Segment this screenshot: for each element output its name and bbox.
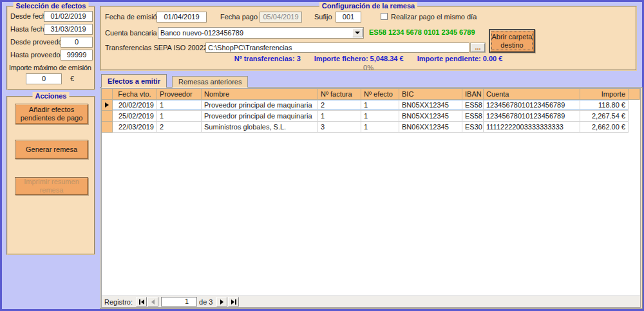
- transferencias-path-field[interactable]: C:\ShopPC\Transferencias: [205, 42, 469, 53]
- cell-importe[interactable]: 2,662.00 €: [580, 122, 629, 133]
- first-record-icon: [141, 299, 144, 305]
- current-record-input[interactable]: 1: [161, 297, 197, 306]
- hasta-fecha-field[interactable]: 31/03/2019: [44, 24, 93, 35]
- last-record-button[interactable]: [228, 297, 239, 306]
- col-num-factura[interactable]: Nº factura: [318, 89, 361, 100]
- importe-maximo-field[interactable]: 0: [26, 73, 62, 84]
- table-row[interactable]: 25/02/2019 1 Proveedor principal de maqu…: [102, 111, 640, 122]
- dropdown-arrow-button[interactable]: [352, 28, 363, 37]
- cell-iban[interactable]: ES30: [462, 122, 484, 133]
- cuenta-bancaria-combobox[interactable]: Banco nuevo-0123456789: [158, 27, 364, 39]
- cell-importe[interactable]: 2,267.54 €: [580, 111, 629, 122]
- imprimir-resumen-button[interactable]: Imprimir resumen remesa: [15, 177, 88, 195]
- desde-proveedor-label: Desde proveedor: [10, 38, 64, 46]
- row-selector[interactable]: [102, 122, 113, 133]
- col-nombre[interactable]: Nombre: [202, 89, 318, 100]
- num-transferencias-text: Nº transferencias: 3: [234, 55, 301, 62]
- cell-cuenta[interactable]: 11112222003333333333: [484, 122, 580, 133]
- browse-folder-button[interactable]: ...: [471, 43, 485, 52]
- hasta-fecha-label: Hasta fecha: [10, 25, 48, 33]
- cell-num-efecto[interactable]: 1: [361, 122, 399, 133]
- abrir-carpeta-destino-button[interactable]: Abrir carpeta destino: [489, 29, 535, 53]
- fecha-emision-field[interactable]: 01/04/2019: [156, 12, 207, 23]
- first-record-icon: [139, 299, 140, 305]
- cell-bic[interactable]: BN05XX12345: [399, 111, 462, 122]
- row-selector[interactable]: [102, 100, 113, 111]
- row-selector[interactable]: [102, 111, 113, 122]
- last-record-icon: [235, 299, 236, 305]
- previous-record-icon: [151, 299, 155, 305]
- fecha-pago-label: Fecha pago: [220, 13, 258, 21]
- currency-label: €: [70, 75, 74, 82]
- mismo-dia-label: Realizar pago el mismo día: [391, 13, 477, 21]
- next-record-button[interactable]: [216, 297, 227, 306]
- cell-fecha-vto[interactable]: 25/02/2019: [113, 111, 157, 122]
- mismo-dia-checkbox[interactable]: [381, 13, 388, 20]
- col-fecha-vto[interactable]: Fecha vto.: [113, 89, 157, 100]
- cell-fecha-vto[interactable]: 22/03/2019: [113, 122, 157, 133]
- chevron-down-icon: [355, 32, 360, 34]
- tab-remesas-anteriores[interactable]: Remesas anteriores: [172, 76, 248, 88]
- desde-proveedor-field[interactable]: 0: [61, 37, 93, 48]
- cell-nombre[interactable]: Suministros globales, S.L.: [202, 122, 318, 133]
- cuenta-bancaria-value: Banco nuevo-0123456789: [160, 28, 352, 37]
- col-proveedor[interactable]: Proveedor: [157, 89, 202, 100]
- col-cuenta[interactable]: Cuenta: [484, 89, 580, 100]
- cell-bic[interactable]: BN05XX12345: [399, 100, 462, 111]
- header-selector-cell: [102, 89, 113, 100]
- tab-efectos-a-emitir[interactable]: Efectos a emitir: [101, 74, 167, 88]
- col-bic[interactable]: BIC: [399, 89, 462, 100]
- remesa-tab-control: Efectos a emitir Remesas anteriores Fech…: [100, 74, 643, 309]
- cell-cuenta[interactable]: 12345678010123456789: [484, 111, 580, 122]
- cell-num-factura[interactable]: 1: [318, 111, 361, 122]
- hasta-proveedor-field[interactable]: 99999: [61, 50, 93, 61]
- cell-nombre[interactable]: Proveedor principal de maquinaria: [202, 100, 318, 111]
- anadir-efectos-button[interactable]: Añadir efectos pendientes de pago: [15, 104, 88, 124]
- col-num-efecto[interactable]: Nº efecto: [361, 89, 399, 100]
- importe-fichero-text: Importe fichero: 5,048.34 €: [314, 55, 404, 62]
- cell-bic[interactable]: BN06XX12345: [399, 122, 462, 133]
- generar-remesa-button[interactable]: Generar remesa: [15, 140, 88, 159]
- previous-record-button[interactable]: [147, 297, 158, 306]
- cell-proveedor[interactable]: 1: [157, 100, 202, 111]
- cell-iban[interactable]: ES58: [462, 100, 484, 111]
- cell-proveedor[interactable]: 2: [157, 122, 202, 133]
- record-count-label: de 3: [199, 298, 213, 306]
- cell-proveedor[interactable]: 1: [157, 111, 202, 122]
- sufijo-field[interactable]: 001: [336, 12, 361, 23]
- remesa-window: Selección de efectos Desde fecha 01/02/2…: [0, 0, 644, 311]
- cuenta-bancaria-label: Cuenta bancaria: [105, 29, 157, 37]
- record-navigator: Registro: 1 de 3: [102, 296, 640, 307]
- cell-num-factura[interactable]: 3: [318, 122, 361, 133]
- table-row[interactable]: 22/03/2019 2 Suministros globales, S.L. …: [102, 122, 640, 133]
- acciones-panel: Acciones Añadir efectos pendientes de pa…: [6, 96, 95, 255]
- fecha-pago-field: 05/04/2019: [260, 12, 302, 23]
- desde-fecha-field[interactable]: 01/02/2019: [44, 11, 93, 22]
- fecha-emision-label: Fecha de emisión: [105, 13, 161, 21]
- hasta-proveedor-label: Hasta proveedor: [10, 51, 62, 59]
- col-importe[interactable]: Importe: [580, 89, 629, 100]
- acciones-title: Acciones: [33, 92, 70, 100]
- current-record-arrow-icon: [105, 102, 109, 108]
- first-record-button[interactable]: [136, 297, 147, 306]
- registro-label: Registro:: [104, 298, 133, 306]
- seleccion-efectos-panel: Selección de efectos Desde fecha 01/02/2…: [6, 6, 95, 90]
- table-header-row: Fecha vto. Proveedor Nombre Nº factura N…: [102, 89, 640, 100]
- cell-iban[interactable]: ES58: [462, 111, 484, 122]
- configuracion-remesa-title: Configuración de la remesa: [319, 2, 417, 10]
- efectos-tab-page: Fecha vto. Proveedor Nombre Nº factura N…: [100, 87, 643, 309]
- remesa-status-line: Nº transferencias: 3 Importe fichero: 5,…: [101, 55, 636, 62]
- efectos-datasheet: Fecha vto. Proveedor Nombre Nº factura N…: [101, 88, 641, 308]
- cell-num-efecto[interactable]: 1: [361, 100, 399, 111]
- transferencias-sepa-label: Transferencias SEPA ISO 20022: [105, 44, 207, 52]
- cell-importe[interactable]: 118.80 €: [580, 100, 629, 111]
- cell-fecha-vto[interactable]: 20/02/2019: [113, 100, 157, 111]
- cell-nombre[interactable]: Proveedor principal de maquinaria: [202, 111, 318, 122]
- cell-num-efecto[interactable]: 1: [361, 111, 399, 122]
- cell-cuenta[interactable]: 12345678010123456789: [484, 100, 580, 111]
- cell-num-factura[interactable]: 2: [318, 100, 361, 111]
- seleccion-efectos-title: Selección de efectos: [14, 2, 89, 10]
- header-filler-cell: [629, 89, 639, 100]
- table-row[interactable]: 20/02/2019 1 Proveedor principal de maqu…: [102, 100, 640, 111]
- col-iban[interactable]: IBAN: [462, 89, 484, 100]
